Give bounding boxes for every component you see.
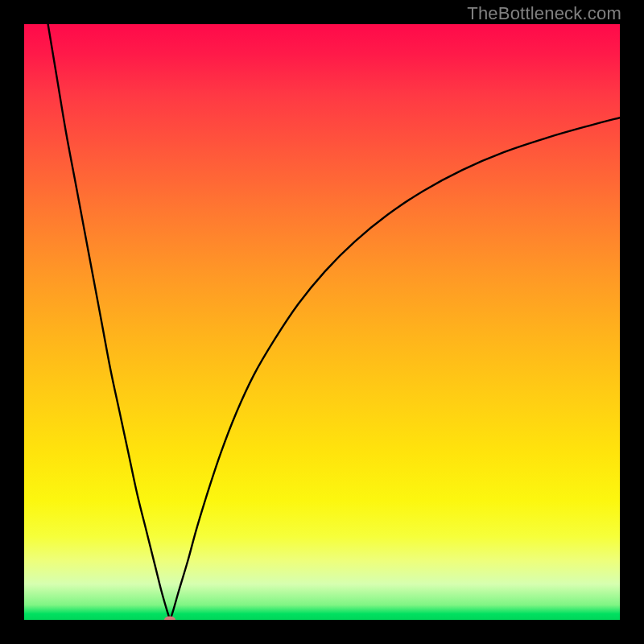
curve-left-branch (48, 24, 171, 620)
curve-right-branch (170, 118, 620, 620)
chart-frame: TheBottleneck.com (0, 0, 644, 644)
curve-layer (24, 24, 620, 620)
plot-area (24, 24, 620, 620)
watermark-text: TheBottleneck.com (467, 3, 621, 24)
minimum-marker (164, 617, 175, 621)
